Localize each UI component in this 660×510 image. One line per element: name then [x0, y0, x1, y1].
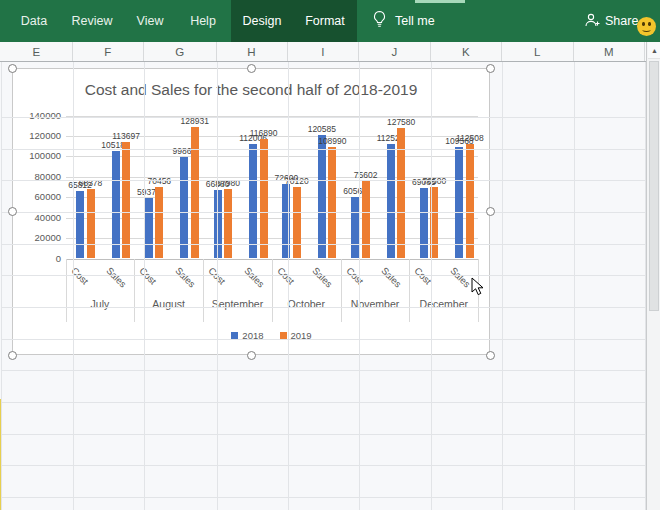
column-header-J[interactable]: J — [359, 42, 431, 61]
column-header-M[interactable]: M — [574, 42, 646, 61]
y-axis-tick-label[interactable]: 140000 — [21, 111, 61, 121]
category-divider — [272, 259, 273, 322]
vertical-scrollbar[interactable]: ▲ — [646, 42, 660, 510]
axis-subcategory-label[interactable]: Sales — [104, 265, 129, 290]
column-header-F[interactable]: F — [73, 42, 145, 61]
tell-me-box[interactable]: Tell me — [372, 0, 435, 42]
column-header-H[interactable]: H — [217, 42, 288, 61]
bar-2019-October-Sales[interactable] — [328, 147, 336, 258]
bar-2018-December-Sales[interactable] — [455, 147, 463, 259]
axis-month-label[interactable]: October — [272, 298, 341, 310]
bar-2019-December-Cost[interactable] — [430, 187, 438, 259]
mouse-cursor — [471, 277, 485, 297]
y-axis-tick-label[interactable]: 0 — [21, 254, 61, 264]
data-label: 113697 — [112, 131, 140, 141]
sheet-gridline-h — [1, 180, 645, 181]
bar-2018-September-Cost[interactable] — [214, 190, 222, 258]
chart-selection-handle[interactable] — [8, 207, 17, 216]
smiley-face-icon — [637, 17, 656, 36]
sheet-gridline-v — [1, 62, 2, 510]
sheet-gridline-h — [1, 370, 645, 371]
sheet-gridline-h — [1, 117, 645, 118]
bar-2019-December-Sales[interactable] — [466, 144, 474, 259]
sheet-gridline-h — [1, 497, 645, 498]
sheet-area[interactable]: Cost and Sales for the second half of 20… — [0, 62, 660, 510]
chart-selection-handle[interactable] — [8, 351, 17, 360]
y-axis-tick-label[interactable]: 60000 — [21, 192, 61, 202]
column-header-G[interactable]: G — [144, 42, 217, 61]
axis-month-label[interactable]: September — [203, 298, 272, 310]
sheet-gridline-v — [574, 62, 575, 510]
sheet-gridline-h — [1, 465, 645, 466]
category-divider — [409, 259, 410, 322]
bar-2018-November-Cost[interactable] — [351, 197, 359, 259]
bar-2018-July-Cost[interactable] — [76, 191, 84, 258]
excel-window: Data Review View Help Design Format Tell… — [0, 0, 660, 510]
bar-2019-October-Cost[interactable] — [293, 187, 301, 259]
bar-2019-September-Cost[interactable] — [224, 189, 232, 258]
y-axis-tick-label[interactable]: 120000 — [21, 131, 61, 141]
data-label: 75602 — [354, 170, 378, 180]
bar-2018-October-Sales[interactable] — [318, 135, 326, 258]
chart-title[interactable]: Cost and Sales for the second half of 20… — [13, 81, 489, 99]
axis-subcategory-label[interactable]: Sales — [242, 265, 267, 290]
sheet-gridline-h — [1, 244, 645, 245]
axis-subcategory-label[interactable]: Sales — [173, 265, 198, 290]
bar-2019-July-Cost[interactable] — [87, 189, 95, 259]
scroll-up-button[interactable]: ▲ — [648, 42, 660, 59]
sheet-gridline-h — [1, 212, 645, 213]
bar-2018-December-Cost[interactable] — [420, 188, 428, 259]
category-divider — [66, 259, 67, 322]
bar-2018-November-Sales[interactable] — [387, 144, 395, 259]
column-header-row: EFGHIJKLM — [0, 42, 646, 62]
chart-selection-handle[interactable] — [486, 351, 495, 360]
data-label: 116890 — [250, 128, 278, 138]
chart-selection-handle[interactable] — [486, 207, 495, 216]
sheet-gridline-v — [502, 62, 503, 510]
share-button[interactable]: Share — [584, 0, 638, 42]
sheet-gridline-h — [1, 275, 645, 276]
chart-selection-handle[interactable] — [247, 351, 256, 360]
axis-subcategory-label[interactable]: Sales — [448, 265, 473, 290]
chart-selection-handle[interactable] — [486, 64, 495, 73]
tab-view[interactable]: View — [137, 0, 164, 42]
axis-subcategory-label[interactable]: Sales — [379, 265, 404, 290]
tab-review[interactable]: Review — [72, 0, 113, 42]
column-header-K[interactable]: K — [431, 42, 503, 61]
chart-selection-handle[interactable] — [8, 64, 17, 73]
chart-selection-handle[interactable] — [247, 64, 256, 73]
bar-2019-September-Sales[interactable] — [260, 139, 268, 258]
sheet-gridline-v — [144, 62, 145, 510]
bar-2018-August-Cost[interactable] — [145, 198, 153, 259]
bar-2019-July-Sales[interactable] — [122, 142, 130, 258]
bar-2019-August-Cost[interactable] — [155, 187, 163, 259]
tab-design[interactable]: Design — [243, 0, 282, 42]
axis-subcategory-label[interactable]: Sales — [311, 265, 336, 290]
sheet-gridline-h — [1, 149, 645, 150]
axis-month-label[interactable]: November — [341, 298, 410, 310]
tab-help[interactable]: Help — [190, 0, 216, 42]
tab-format[interactable]: Format — [305, 0, 345, 42]
sheet-gridline-h — [1, 402, 645, 403]
sheet-gridline-h — [1, 307, 645, 308]
bar-2019-August-Sales[interactable] — [191, 127, 199, 259]
sheet-gridline-h — [1, 339, 645, 340]
axis-month-label[interactable]: December — [409, 298, 478, 310]
bar-2018-October-Cost[interactable] — [282, 184, 290, 258]
data-label: 108990 — [318, 136, 346, 146]
bar-2018-July-Sales[interactable] — [112, 151, 120, 258]
tab-data[interactable]: Data — [21, 0, 47, 42]
scrollbar-thumb[interactable] — [649, 61, 659, 311]
sheet-gridline-v — [359, 62, 360, 510]
bar-2018-September-Sales[interactable] — [249, 144, 257, 258]
axis-month-label[interactable]: July — [66, 298, 135, 310]
column-header-E[interactable]: E — [1, 42, 73, 61]
bar-2019-November-Cost[interactable] — [362, 181, 370, 258]
y-axis-tick-label[interactable]: 20000 — [21, 233, 61, 243]
data-label: 127580 — [387, 117, 415, 127]
column-header-L[interactable]: L — [502, 42, 574, 61]
y-axis-tick-label[interactable]: 40000 — [21, 213, 61, 223]
y-axis-tick-label[interactable]: 100000 — [21, 151, 61, 161]
lightbulb-icon — [372, 10, 387, 32]
column-header-I[interactable]: I — [288, 42, 360, 61]
